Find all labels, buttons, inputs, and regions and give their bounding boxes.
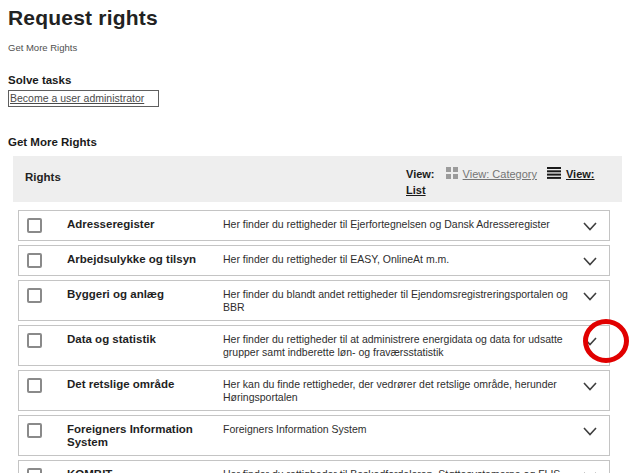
category-description: Her finder du rettigheder til EASY, Onli… <box>223 253 588 266</box>
category-checkbox[interactable] <box>27 253 42 268</box>
grid-icon <box>446 167 459 179</box>
category-checkbox[interactable] <box>27 218 42 233</box>
rights-table-header: Rights View: View: CategoryView: List <box>13 156 622 202</box>
category-description: Her kan du finde rettigheder, der vedrør… <box>223 378 588 403</box>
chevron-down-icon[interactable] <box>581 335 599 347</box>
category-checkbox[interactable] <box>27 378 42 393</box>
category-title: Foreigners Information System <box>67 423 207 448</box>
chevron-down-icon[interactable] <box>581 380 599 392</box>
request-rights-page: Request rights Get More Rights Solve tas… <box>0 0 632 473</box>
rights-category-row[interactable]: Data og statistik Her finder du rettighe… <box>18 325 610 366</box>
view-switcher: View: View: CategoryView: List <box>406 166 610 202</box>
rights-category-row[interactable]: Adresseregister Her finder du rettighede… <box>18 210 610 241</box>
category-title: Det retslige område <box>67 378 207 391</box>
chevron-down-icon[interactable] <box>581 290 599 302</box>
category-description: Her finder du rettigheder til Beskedford… <box>223 468 588 473</box>
chevron-down-icon[interactable] <box>581 425 599 437</box>
category-checkbox[interactable] <box>27 468 42 473</box>
become-user-administrator-link[interactable]: Become a user administrator <box>8 90 159 107</box>
rights-category-row[interactable]: Foreigners Information System Foreigners… <box>18 415 610 456</box>
rights-list: Adresseregister Her finder du rettighede… <box>18 210 610 473</box>
category-checkbox[interactable] <box>27 423 42 438</box>
page-title: Request rights <box>8 6 158 30</box>
category-checkbox[interactable] <box>27 288 42 303</box>
category-title: KOMBIT <box>67 468 207 473</box>
category-description: Her finder du blandt andet rettigheder t… <box>223 288 588 313</box>
chevron-down-icon[interactable] <box>581 255 599 267</box>
category-description: Her finder du rettigheder til Ejerforteg… <box>223 218 588 231</box>
category-description: Her finder du rettigheder til at adminis… <box>223 333 588 358</box>
rights-column-header: Rights <box>25 171 61 202</box>
get-more-rights-heading: Get More Rights <box>8 136 97 148</box>
view-category-link[interactable]: View: Category <box>446 168 537 180</box>
category-description: Foreigners Information System <box>223 423 588 436</box>
rights-category-row[interactable]: Byggeri og anlæg Her finder du blandt an… <box>18 280 610 321</box>
rights-category-row[interactable]: KOMBIT Her finder du rettigheder til Bes… <box>18 460 610 473</box>
solve-tasks-heading: Solve tasks <box>8 74 71 86</box>
rights-category-row[interactable]: Det retslige område Her kan du finde ret… <box>18 370 610 411</box>
category-title: Data og statistik <box>67 333 207 346</box>
category-checkbox[interactable] <box>27 333 42 348</box>
view-label: View: <box>406 168 435 180</box>
view-category-label: View: Category <box>463 168 537 180</box>
category-title: Byggeri og anlæg <box>67 288 207 301</box>
category-title: Arbejdsulykke og tilsyn <box>67 253 207 266</box>
category-title: Adresseregister <box>67 218 207 231</box>
chevron-down-icon[interactable] <box>581 220 599 232</box>
list-icon <box>547 167 562 179</box>
breadcrumb: Get More Rights <box>8 42 77 53</box>
rights-category-row[interactable]: Arbejdsulykke og tilsyn Her finder du re… <box>18 245 610 276</box>
